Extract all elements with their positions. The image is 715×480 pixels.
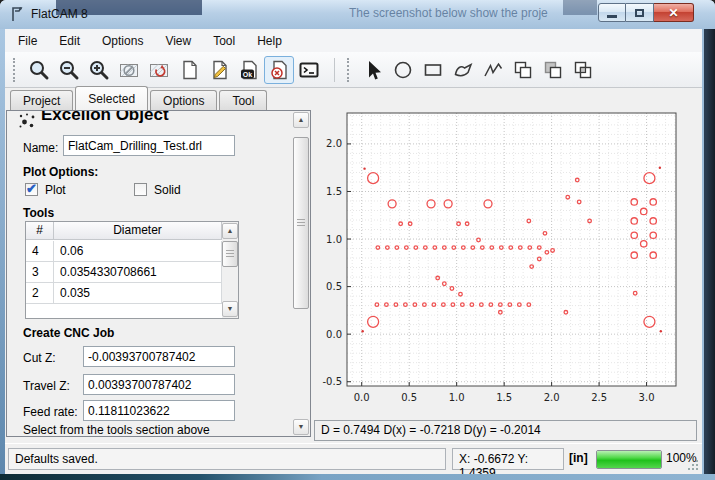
window-controls: ✕ [598,3,694,22]
solid-checkbox-label[interactable]: Solid [154,183,181,197]
rectangle-tool-icon [422,59,444,81]
window-title: FlatCAM 8 [31,7,88,21]
maximize-button[interactable] [626,3,654,22]
tool-diameter[interactable]: 0.035 [54,283,222,303]
scroll-down-icon[interactable]: ▼ [222,301,238,317]
menu-view[interactable]: View [156,31,200,51]
svg-text:0.0: 0.0 [354,392,370,403]
table-row[interactable]: 4 0.06 [26,241,222,262]
table-scrollbar-thumb[interactable] [222,241,238,267]
svg-text:0.0: 0.0 [326,329,342,340]
panel-scrollbar-thumb[interactable] [293,137,309,309]
selected-object-panel: Excellon Object Name: Plot Options: ✔ Pl… [6,110,311,437]
drill-plot[interactable]: 0.00.51.01.52.02.53.0-0.50.00.51.01.52.0 [314,96,700,418]
svg-text:1.0: 1.0 [326,234,342,245]
progress-bar [596,450,662,469]
new-file-button[interactable] [174,56,204,84]
zoom-fit-button[interactable] [24,56,54,84]
glass-background-patch [563,0,597,15]
menu-bar: File Edit Options View Tool Help [5,29,702,52]
delete-file-icon [268,59,290,81]
zoom-out-icon [58,59,80,81]
feedrate-input[interactable] [83,400,235,421]
panel-title: Excellon Object [41,111,241,125]
delete-file-button[interactable] [264,56,294,84]
col-number-header[interactable]: # [26,222,54,239]
status-message: Defaults saved. [8,448,446,470]
scroll-down-icon[interactable]: ▼ [293,419,309,435]
ok-file-button[interactable]: Ok [234,56,264,84]
solid-checkbox[interactable]: ✔ [134,183,147,196]
resize-grip[interactable] [687,459,699,471]
union-icon [512,59,534,81]
close-button[interactable]: ✕ [654,3,694,22]
minimize-button[interactable] [598,3,626,22]
zoom-in-icon [88,59,110,81]
replot-button[interactable] [144,56,174,84]
toolbar-drag-handle[interactable] [347,58,352,82]
subtract-icon [542,59,564,81]
tab-tool[interactable]: Tool [219,90,267,110]
minimize-icon [607,15,617,18]
status-bar: Defaults saved. X: -0.6672 Y: 1.4359 [in… [5,443,702,474]
scroll-up-icon[interactable]: ▲ [293,112,309,128]
table-row[interactable]: 3 0.0354330708661 [26,262,222,283]
zoom-fit-icon [28,59,50,81]
svg-text:1.5: 1.5 [326,186,342,197]
svg-text:2.5: 2.5 [591,392,607,403]
name-input[interactable] [63,135,235,156]
shape-union-button[interactable] [508,56,538,84]
draw-polyline-button[interactable] [478,56,508,84]
tools-hint-text: Select from the tools section above [23,423,210,437]
shell-icon [298,59,320,81]
menu-options[interactable]: Options [93,31,152,51]
tab-project[interactable]: Project [10,90,73,110]
cnc-section-title: Create CNC Job [23,326,114,340]
travelz-input[interactable] [83,374,235,395]
scroll-up-icon[interactable]: ▲ [222,223,238,239]
panel-scrollbar[interactable]: ▲ ▼ [293,112,309,435]
edit-file-button[interactable] [204,56,234,84]
edit-file-icon [208,59,230,81]
menu-edit[interactable]: Edit [50,31,89,51]
window-border-right [702,29,715,474]
plot-area[interactable]: 0.00.51.01.52.02.53.0-0.50.00.51.01.52.0 [314,96,700,418]
tool-number[interactable]: 3 [26,262,54,282]
tab-selected[interactable]: Selected [75,86,148,110]
toolbar-separator [334,58,335,82]
shell-button[interactable] [294,56,324,84]
pointer-icon [362,59,384,81]
title-bar[interactable]: The screenshot below show the proje Flat… [0,0,715,29]
tool-number[interactable]: 2 [26,283,54,303]
col-diameter-header[interactable]: Diameter [54,222,222,239]
table-scrollbar[interactable]: ▲ ▼ [222,222,238,318]
measurement-bar: D = 0.7494 D(x) = -0.7218 D(y) = -0.2014 [314,420,697,441]
zoom-in-button[interactable] [84,56,114,84]
plot-checkbox-label[interactable]: Plot [45,183,66,197]
plot-checkbox[interactable]: ✔ [25,183,38,196]
clear-plot-icon [118,59,140,81]
tools-table: # Diameter 4 0.06 3 0.0354330708661 2 0.… [25,221,239,319]
clear-plot-button[interactable] [114,56,144,84]
draw-polygon-button[interactable] [448,56,478,84]
tool-number[interactable]: 4 [26,241,54,261]
svg-text:0.5: 0.5 [401,392,417,403]
cutz-label: Cut Z: [23,351,56,365]
menu-tool[interactable]: Tool [204,31,244,51]
tab-options[interactable]: Options [150,90,217,110]
cutz-input[interactable] [83,346,235,367]
menu-file[interactable]: File [9,31,46,51]
zoom-out-button[interactable] [54,56,84,84]
draw-circle-button[interactable] [388,56,418,84]
draw-rectangle-button[interactable] [418,56,448,84]
panel-title-clip: Excellon Object [41,111,241,132]
shape-subtract-button[interactable] [538,56,568,84]
table-row[interactable]: 2 0.035 [26,283,222,304]
shape-intersect-button[interactable] [568,56,598,84]
tool-diameter[interactable]: 0.06 [54,241,222,261]
menu-help[interactable]: Help [248,31,291,51]
toolbar-drag-handle[interactable] [13,58,18,82]
circle-tool-icon [392,59,414,81]
pointer-tool-button[interactable] [358,56,388,84]
tool-diameter[interactable]: 0.0354330708661 [54,262,222,282]
